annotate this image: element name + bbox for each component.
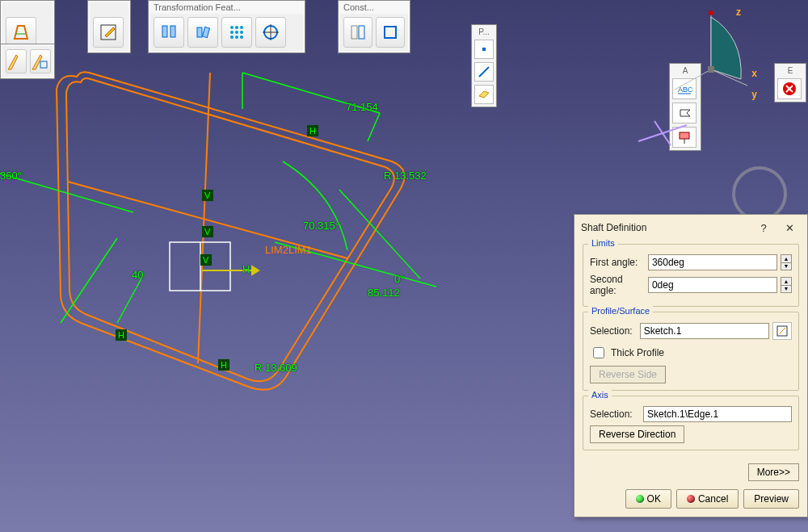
thick-profile-label: Thick Profile	[611, 347, 664, 358]
svg-text:V: V	[204, 191, 211, 200]
axis-selection-label: Selection:	[590, 408, 640, 420]
shaft-definition-dialog: Shaft Definition ? ✕ Limits First angle:…	[574, 214, 808, 517]
svg-text:H: H	[118, 330, 124, 340]
svg-text:H: H	[221, 360, 227, 370]
error-icon[interactable]	[777, 78, 802, 99]
svg-text:V: V	[204, 227, 211, 237]
limits-group-label: Limits	[588, 238, 618, 248]
reverse-direction-button[interactable]: Reverse Direction	[590, 425, 684, 443]
first-angle-label: First angle:	[590, 257, 645, 268]
svg-line-38	[368, 113, 380, 141]
sketch-viewport[interactable]: H H V V H V	[0, 32, 501, 436]
axis-x-label: x	[751, 68, 757, 79]
help-button[interactable]: ?	[752, 220, 775, 236]
second-angle-spinner[interactable]: ▲▼	[781, 277, 792, 293]
svg-line-29	[654, 121, 671, 145]
svg-line-36	[242, 73, 380, 113]
preview-button[interactable]: Preview	[743, 489, 799, 509]
profile-selection-input[interactable]	[640, 323, 769, 339]
svg-text:V: V	[203, 255, 209, 265]
toolbar-title-transformation: Transformation Feat...	[150, 2, 303, 14]
svg-line-43	[117, 279, 141, 323]
svg-point-6	[230, 26, 234, 29]
axis-z-label: z	[736, 6, 741, 18]
svg-point-7	[235, 26, 238, 29]
profile-group-label: Profile/Surface	[588, 306, 653, 316]
svg-line-39	[339, 190, 420, 279]
svg-rect-27	[708, 66, 714, 73]
thick-profile-checkbox[interactable]	[593, 347, 604, 358]
compass-gizmo[interactable]: z x y	[667, 5, 755, 102]
second-angle-label: Second angle:	[590, 274, 645, 296]
ok-button[interactable]: OK	[625, 489, 671, 509]
svg-point-30	[734, 168, 785, 220]
axis-group-label: Axis	[588, 390, 612, 400]
cancel-icon	[687, 495, 695, 503]
dialog-title-text: Shaft Definition	[581, 222, 646, 233]
more-button[interactable]: More>>	[748, 463, 799, 481]
cancel-button[interactable]: Cancel	[676, 489, 739, 509]
first-angle-spinner[interactable]: ▲▼	[781, 254, 792, 270]
ok-icon	[636, 495, 644, 503]
axis-y-label: y	[751, 89, 757, 100]
profile-selection-label: Selection:	[590, 325, 637, 337]
axis-selection-input[interactable]	[643, 406, 792, 422]
sketch-selection-icon[interactable]	[772, 322, 792, 340]
svg-point-8	[240, 26, 243, 29]
close-button[interactable]: ✕	[778, 220, 801, 236]
error-toolbar-title: E	[777, 66, 803, 75]
reverse-side-button: Reverse Side	[590, 366, 666, 383]
second-angle-input[interactable]	[648, 277, 777, 293]
svg-line-40	[275, 242, 436, 287]
svg-point-26	[709, 10, 713, 15]
svg-text:H: H	[309, 126, 316, 136]
toolbar-title-construction: Const...	[340, 2, 408, 14]
svg-line-41	[0, 174, 133, 212]
first-angle-input[interactable]	[648, 254, 777, 270]
